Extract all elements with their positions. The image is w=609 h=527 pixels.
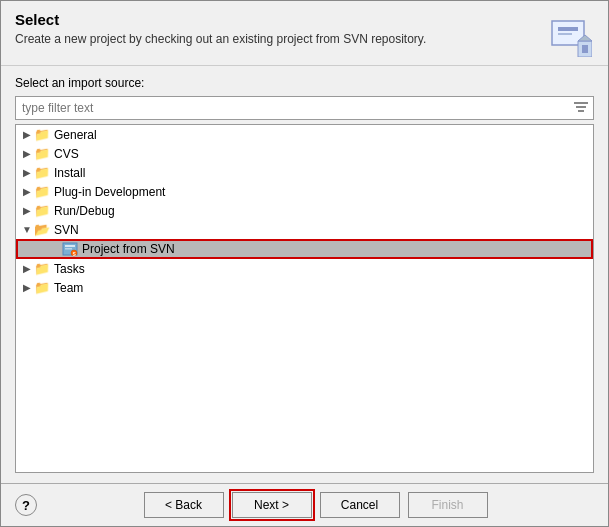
- tree-label-tasks: Tasks: [54, 262, 85, 276]
- svg-rect-10: [65, 245, 75, 247]
- tree-label-install: Install: [54, 166, 85, 180]
- dialog-header: Select Create a new project by checking …: [1, 1, 608, 66]
- tree-label-general: General: [54, 128, 97, 142]
- tree-label-cvs: CVS: [54, 147, 79, 161]
- help-button[interactable]: ?: [15, 494, 37, 516]
- svg-rect-8: [578, 110, 584, 112]
- tree-label-svn: SVN: [54, 223, 79, 237]
- finish-button[interactable]: Finish: [408, 492, 488, 518]
- tree-item-cvs[interactable]: ▶ 📁 CVS: [16, 144, 593, 163]
- cancel-button[interactable]: Cancel: [320, 492, 400, 518]
- wizard-icon: [546, 11, 594, 59]
- tree-label-plugin-dev: Plug-in Development: [54, 185, 165, 199]
- tree-item-install[interactable]: ▶ 📁 Install: [16, 163, 593, 182]
- tree-item-project-from-svn[interactable]: S Project from SVN: [16, 239, 593, 259]
- tree-item-plugin-dev[interactable]: ▶ 📁 Plug-in Development: [16, 182, 593, 201]
- expand-arrow-run-debug: ▶: [20, 205, 34, 216]
- filter-icon: [569, 98, 593, 118]
- footer-left: ?: [15, 494, 37, 516]
- svg-rect-11: [65, 248, 72, 250]
- tree-label-run-debug: Run/Debug: [54, 204, 115, 218]
- tree-label-team: Team: [54, 281, 83, 295]
- folder-icon-install: 📁: [34, 165, 50, 180]
- tree-item-run-debug[interactable]: ▶ 📁 Run/Debug: [16, 201, 593, 220]
- svg-rect-1: [558, 27, 578, 31]
- svg-rect-6: [574, 102, 588, 104]
- filter-row: [15, 96, 594, 120]
- tree-label-project-from-svn: Project from SVN: [82, 242, 175, 256]
- tree-item-team[interactable]: ▶ 📁 Team: [16, 278, 593, 297]
- folder-icon-team: 📁: [34, 280, 50, 295]
- expand-arrow-team: ▶: [20, 282, 34, 293]
- back-button[interactable]: < Back: [144, 492, 224, 518]
- expand-arrow-install: ▶: [20, 167, 34, 178]
- expand-arrow-tasks: ▶: [20, 263, 34, 274]
- filter-input[interactable]: [16, 97, 569, 119]
- expand-arrow-general: ▶: [20, 129, 34, 140]
- folder-icon-plugin-dev: 📁: [34, 184, 50, 199]
- section-label: Select an import source:: [15, 76, 594, 90]
- folder-icon-run-debug: 📁: [34, 203, 50, 218]
- svg-rect-2: [558, 33, 572, 35]
- dialog-body: Select an import source: ▶ 📁 General ▶: [1, 66, 608, 483]
- svg-rect-5: [582, 45, 588, 53]
- dialog-title: Select: [15, 11, 546, 28]
- tree-container[interactable]: ▶ 📁 General ▶ 📁 CVS ▶ 📁 Install ▶ 📁 Plug…: [15, 124, 594, 473]
- tree-item-tasks[interactable]: ▶ 📁 Tasks: [16, 259, 593, 278]
- expand-arrow-plugin-dev: ▶: [20, 186, 34, 197]
- expand-arrow-svn: ▼: [20, 224, 34, 235]
- footer-buttons: < Back Next > Cancel Finish: [37, 492, 594, 518]
- tree-item-svn[interactable]: ▼ 📂 SVN: [16, 220, 593, 239]
- svn-project-icon: S: [62, 241, 78, 257]
- dialog-footer: ? < Back Next > Cancel Finish: [1, 483, 608, 526]
- next-button[interactable]: Next >: [232, 492, 312, 518]
- svg-rect-7: [576, 106, 586, 108]
- folder-icon-cvs: 📁: [34, 146, 50, 161]
- expand-arrow-cvs: ▶: [20, 148, 34, 159]
- folder-icon-tasks: 📁: [34, 261, 50, 276]
- dialog: Select Create a new project by checking …: [0, 0, 609, 527]
- dialog-description: Create a new project by checking out an …: [15, 32, 546, 46]
- folder-icon-svn: 📂: [34, 222, 50, 237]
- folder-icon-general: 📁: [34, 127, 50, 142]
- tree-item-general[interactable]: ▶ 📁 General: [16, 125, 593, 144]
